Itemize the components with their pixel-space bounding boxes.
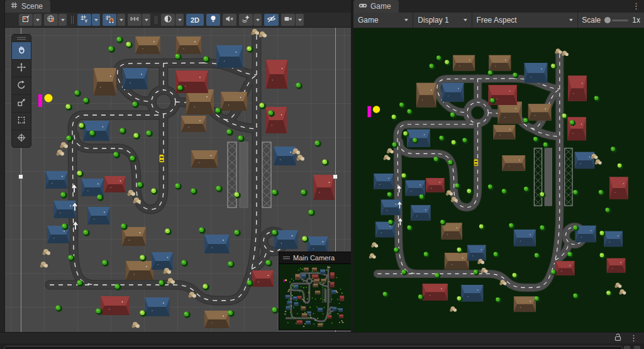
- chevron-down-icon: [61, 19, 65, 21]
- tool-palette: [11, 34, 31, 148]
- window-edge-strip: [0, 0, 5, 349]
- scale-slider-track[interactable]: [612, 19, 628, 21]
- grid-visibility-dropdown[interactable]: [92, 14, 100, 26]
- scene-viewport[interactable]: Main Camera: [5, 28, 351, 332]
- grid-snapping-dropdown[interactable]: [117, 14, 125, 26]
- tool-settings-dropdown[interactable]: [33, 14, 42, 26]
- grid-snapping-button[interactable]: [103, 14, 116, 26]
- camera-preview-canvas: [279, 264, 350, 330]
- hand-tool-button[interactable]: [12, 42, 31, 59]
- aspect-ratio-dropdown[interactable]: Free Aspect: [472, 13, 579, 28]
- svg-text:Y: Y: [85, 18, 88, 23]
- move-tool-icon: [16, 62, 26, 75]
- game-tabbar: Game ⋮: [353, 0, 644, 13]
- game-tab-label: Game: [370, 2, 391, 11]
- grid-icon: [10, 1, 18, 11]
- scale-tool-icon: [16, 97, 26, 110]
- game-mode-dropdown[interactable]: Game: [353, 13, 413, 28]
- game-canvas: [353, 28, 644, 333]
- tool-palette-grip[interactable]: [12, 35, 31, 42]
- aspect-value: Free Aspect: [477, 16, 517, 25]
- selection-handle-left[interactable]: [18, 174, 23, 179]
- kebab-icon[interactable]: ⋮: [630, 333, 638, 343]
- camera-preview-panel: Main Camera: [279, 252, 351, 330]
- globe-icon: [47, 14, 55, 26]
- effects-star-icon: [242, 14, 250, 26]
- display-value: Display 1: [418, 16, 448, 25]
- shaded-sphere-icon: [164, 14, 172, 26]
- audio-mute-toggle[interactable]: [223, 14, 236, 26]
- game-mode-value: Game: [358, 16, 379, 25]
- camera-preview-title: Main Camera: [293, 254, 335, 262]
- tab-game[interactable]: Game: [353, 0, 399, 13]
- lightbulb-icon: [209, 14, 218, 26]
- speaker-muted-icon: [225, 14, 234, 26]
- chevron-down-icon: [298, 19, 302, 21]
- lower-panel-edge: [0, 343, 644, 349]
- scene-lighting-toggle[interactable]: [206, 14, 220, 26]
- lower-panel-icon: [634, 346, 640, 349]
- view-2d-toggle[interactable]: 2D: [186, 14, 204, 26]
- unlock-icon[interactable]: [614, 333, 622, 344]
- handle-rotation-button[interactable]: [44, 14, 58, 26]
- camera-preview-titlebar[interactable]: Main Camera: [279, 252, 351, 263]
- display-dropdown[interactable]: Display 1: [413, 13, 472, 28]
- chevron-down-icon: [464, 19, 467, 21]
- chevron-down-icon: [178, 19, 182, 21]
- transform-tool-icon: [16, 133, 26, 145]
- grid-visibility-button[interactable]: Y: [77, 14, 91, 26]
- handle-rotation-dropdown[interactable]: [58, 14, 67, 26]
- chevron-down-icon: [404, 19, 408, 21]
- rect-tool-icon: [16, 115, 26, 128]
- snap-increment-button[interactable]: [128, 14, 142, 26]
- hidden-objects-toggle[interactable]: [264, 14, 279, 26]
- grid-y-icon: Y: [80, 14, 89, 26]
- game-toolbar: Game Display 1 Free Aspect Scale 1x: [353, 13, 644, 28]
- move-tool-button[interactable]: [12, 59, 31, 77]
- drag-handle-icon: [283, 257, 290, 259]
- chevron-down-icon: [94, 19, 98, 21]
- kebab-icon[interactable]: ⋮: [632, 1, 640, 11]
- gamepad-icon: [358, 1, 367, 11]
- scale-tool-button[interactable]: [12, 94, 31, 112]
- toolbar-divider: [155, 16, 157, 24]
- chevron-down-icon: [145, 19, 148, 21]
- tab-scene[interactable]: Scene: [5, 0, 50, 13]
- tool-settings-button[interactable]: [19, 14, 33, 26]
- snap-increment-dropdown[interactable]: [142, 14, 150, 26]
- selection-handle-right[interactable]: [333, 174, 338, 179]
- scene-toolbar: Y 2D: [5, 13, 351, 28]
- game-panel: Game ⋮ Game Display 1 Free Aspect Scale …: [353, 0, 644, 332]
- camera-preview-body: [279, 263, 351, 330]
- toolbar-divider: [71, 16, 74, 24]
- camera-settings-dropdown[interactable]: [296, 14, 304, 26]
- draw-mode-dropdown[interactable]: [175, 14, 184, 26]
- lower-panel-search-hint: [4, 346, 623, 349]
- camera-settings-button[interactable]: [281, 14, 295, 26]
- rotate-tool-icon: [16, 80, 26, 92]
- pivot-icon: [21, 14, 30, 26]
- status-bar: ⋮: [0, 332, 644, 343]
- scale-control: Scale 1x: [578, 13, 644, 28]
- chevron-down-icon: [256, 19, 260, 21]
- scene-camera-icon: [284, 14, 292, 26]
- chevron-down-icon: [119, 19, 123, 21]
- scale-label: Scale: [582, 16, 601, 25]
- effects-menu-button[interactable]: [239, 14, 253, 26]
- chevron-down-icon: [569, 19, 573, 21]
- scale-value: 1x: [632, 16, 640, 25]
- scene-tabbar: Scene: [5, 0, 351, 13]
- scene-tab-label: Scene: [21, 2, 43, 11]
- view-2d-label: 2D: [189, 16, 201, 24]
- rect-tool-button[interactable]: [12, 112, 31, 130]
- scale-slider-knob[interactable]: [604, 17, 611, 23]
- transform-tool-button[interactable]: [12, 130, 31, 147]
- rotate-tool-button[interactable]: [12, 77, 31, 94]
- scene-panel: Scene Y: [5, 0, 351, 332]
- game-viewport[interactable]: [353, 28, 644, 333]
- draw-mode-button[interactable]: [161, 14, 175, 26]
- hand-tool-icon: [16, 45, 26, 57]
- effects-menu-dropdown[interactable]: [253, 14, 262, 26]
- lower-panel-icon: [624, 346, 630, 349]
- grid-magnet-icon: [105, 14, 114, 26]
